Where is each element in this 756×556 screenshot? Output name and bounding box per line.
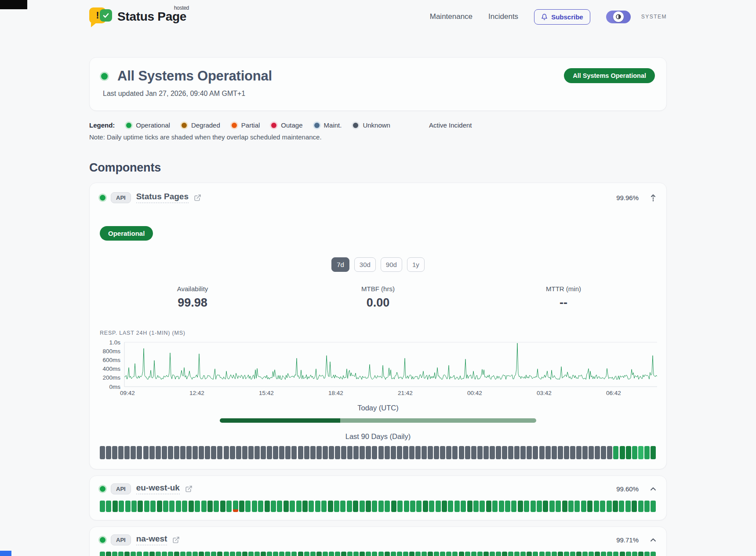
uptime-tick[interactable] bbox=[471, 446, 476, 459]
uptime-tick[interactable] bbox=[620, 446, 625, 459]
uptime-tick[interactable] bbox=[397, 552, 402, 556]
uptime-tick[interactable] bbox=[477, 446, 483, 459]
uptime-tick[interactable] bbox=[156, 446, 161, 459]
uptime-tick[interactable] bbox=[378, 501, 384, 512]
uptime-tick[interactable] bbox=[499, 501, 504, 512]
uptime-tick[interactable] bbox=[329, 552, 334, 556]
uptime-tick[interactable] bbox=[440, 552, 445, 556]
uptime-tick[interactable] bbox=[205, 552, 210, 556]
uptime-tick[interactable] bbox=[201, 501, 207, 512]
uptime-tick[interactable] bbox=[454, 501, 460, 512]
uptime-tick[interactable] bbox=[595, 446, 600, 459]
uptime-tick[interactable] bbox=[508, 552, 513, 556]
uptime-tick[interactable] bbox=[236, 446, 241, 459]
range-button-30d[interactable]: 30d bbox=[354, 257, 376, 272]
expand-chevron-icon[interactable] bbox=[650, 486, 656, 491]
uptime-tick[interactable] bbox=[508, 446, 513, 459]
uptime-tick[interactable] bbox=[625, 501, 631, 512]
uptime-tick[interactable] bbox=[112, 446, 117, 459]
uptime-tick[interactable] bbox=[422, 446, 427, 459]
uptime-tick[interactable] bbox=[341, 446, 346, 459]
uptime-tick[interactable] bbox=[285, 446, 291, 459]
uptime-tick[interactable] bbox=[125, 501, 131, 512]
uptime-tick[interactable] bbox=[273, 552, 278, 556]
uptime-tick[interactable] bbox=[193, 552, 198, 556]
uptime-tick[interactable] bbox=[180, 552, 185, 556]
uptime-tick[interactable] bbox=[465, 446, 470, 459]
uptime-tick[interactable] bbox=[248, 446, 254, 459]
uptime-tick[interactable] bbox=[595, 552, 600, 556]
uptime-tick[interactable] bbox=[168, 552, 173, 556]
uptime-tick[interactable] bbox=[490, 446, 495, 459]
uptime-tick[interactable] bbox=[502, 446, 507, 459]
uptime-tick[interactable] bbox=[576, 552, 582, 556]
nav-incidents[interactable]: Incidents bbox=[488, 12, 518, 21]
uptime-tick[interactable] bbox=[434, 552, 439, 556]
uptime-tick[interactable] bbox=[607, 501, 612, 512]
uptime-tick[interactable] bbox=[131, 501, 137, 512]
subscribe-button[interactable]: Subscribe bbox=[534, 9, 590, 25]
uptime-tick[interactable] bbox=[422, 552, 427, 556]
uptime-tick[interactable] bbox=[632, 446, 637, 459]
uptime-tick[interactable] bbox=[205, 446, 210, 459]
uptime-tick[interactable] bbox=[296, 501, 302, 512]
uptime-tick[interactable] bbox=[378, 552, 384, 556]
uptime-tick[interactable] bbox=[302, 501, 308, 512]
uptime-tick[interactable] bbox=[415, 446, 421, 459]
uptime-tick[interactable] bbox=[651, 552, 656, 556]
uptime-tick[interactable] bbox=[328, 501, 333, 512]
uptime-tick[interactable] bbox=[279, 446, 284, 459]
uptime-tick[interactable] bbox=[236, 552, 241, 556]
uptime-tick[interactable] bbox=[600, 501, 605, 512]
uptime-tick[interactable] bbox=[242, 552, 247, 556]
uptime-tick[interactable] bbox=[385, 552, 390, 556]
uptime-tick[interactable] bbox=[518, 501, 523, 512]
uptime-tick[interactable] bbox=[644, 501, 650, 512]
uptime-tick[interactable] bbox=[496, 446, 501, 459]
uptime-tick[interactable] bbox=[163, 501, 168, 512]
uptime-tick[interactable] bbox=[316, 552, 322, 556]
uptime-tick[interactable] bbox=[279, 552, 284, 556]
uptime-tick[interactable] bbox=[483, 446, 489, 459]
uptime-tick[interactable] bbox=[549, 501, 555, 512]
uptime-tick[interactable] bbox=[174, 446, 179, 459]
uptime-tick[interactable] bbox=[613, 446, 618, 459]
uptime-tick[interactable] bbox=[360, 446, 365, 459]
uptime-tick[interactable] bbox=[315, 501, 320, 512]
uptime-tick[interactable] bbox=[366, 501, 371, 512]
uptime-tick[interactable] bbox=[574, 501, 580, 512]
uptime-tick[interactable] bbox=[514, 552, 520, 556]
uptime-tick[interactable] bbox=[291, 552, 297, 556]
uptime-tick[interactable] bbox=[581, 501, 586, 512]
uptime-tick[interactable] bbox=[607, 552, 612, 556]
uptime-tick[interactable] bbox=[162, 552, 167, 556]
uptime-tick[interactable] bbox=[211, 552, 216, 556]
uptime-tick[interactable] bbox=[309, 501, 314, 512]
uptime-tick[interactable] bbox=[335, 552, 340, 556]
uptime-tick[interactable] bbox=[156, 552, 161, 556]
uptime-tick[interactable] bbox=[533, 446, 538, 459]
uptime-tick[interactable] bbox=[334, 501, 339, 512]
uptime-tick[interactable] bbox=[193, 446, 198, 459]
uptime-tick[interactable] bbox=[502, 552, 507, 556]
uptime-tick[interactable] bbox=[626, 446, 631, 459]
uptime-tick[interactable] bbox=[564, 446, 569, 459]
uptime-tick[interactable] bbox=[539, 446, 545, 459]
uptime-tick[interactable] bbox=[543, 501, 548, 512]
uptime-tick[interactable] bbox=[285, 552, 291, 556]
uptime-tick[interactable] bbox=[267, 552, 272, 556]
uptime-tick[interactable] bbox=[149, 446, 155, 459]
uptime-tick[interactable] bbox=[644, 552, 650, 556]
uptime-tick[interactable] bbox=[403, 552, 408, 556]
uptime-tick[interactable] bbox=[298, 552, 303, 556]
uptime-tick[interactable] bbox=[570, 446, 575, 459]
uptime-tick[interactable] bbox=[452, 446, 458, 459]
uptime-tick[interactable] bbox=[452, 552, 458, 556]
uptime-tick[interactable] bbox=[271, 501, 276, 512]
uptime-tick[interactable] bbox=[304, 552, 309, 556]
uptime-tick[interactable] bbox=[100, 446, 105, 459]
uptime-tick[interactable] bbox=[137, 446, 142, 459]
uptime-tick[interactable] bbox=[545, 446, 551, 459]
uptime-tick[interactable] bbox=[638, 552, 643, 556]
uptime-tick[interactable] bbox=[217, 552, 222, 556]
